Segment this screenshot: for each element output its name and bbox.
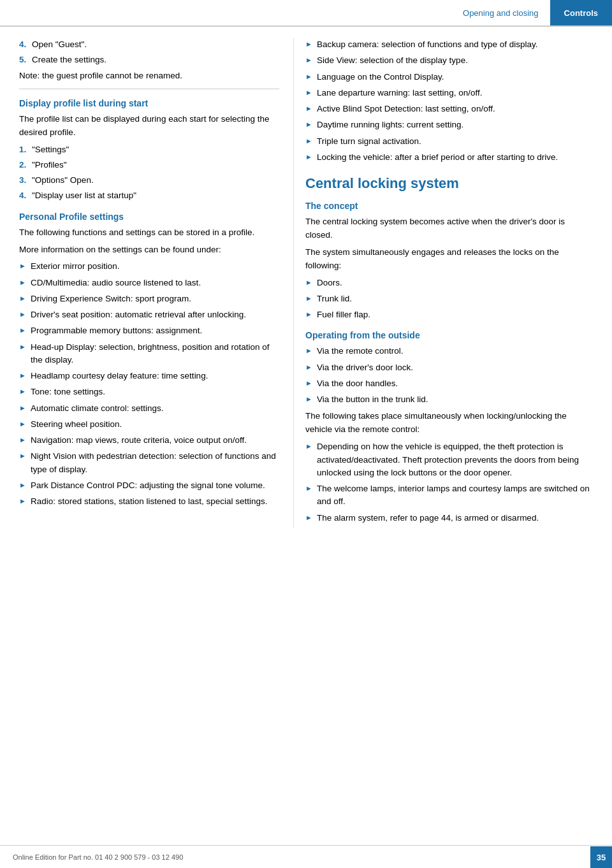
- bullet-icon: ►: [19, 277, 31, 289]
- bullet-icon: ►: [19, 419, 31, 431]
- concept-title: The concept: [305, 201, 594, 211]
- list-item: ► CD/Multimedia: audio source listened t…: [19, 277, 279, 289]
- list-item: ► Active Blind Spot Detection: last sett…: [305, 103, 594, 115]
- list-item: ► Via the button in the trunk lid.: [305, 393, 594, 406]
- bullet-icon: ►: [305, 87, 317, 99]
- operating-desc-bullets: ► Depending on how the vehicle is equipp…: [305, 440, 594, 524]
- list-item: ► Headlamp courtesy delay feature: time …: [19, 370, 279, 382]
- list-item: ► Language on the Control Display.: [305, 71, 594, 83]
- list-item: ► Night Vision with pedestrian detection…: [19, 450, 279, 476]
- operating-bullets: ► Via the remote control. ► Via the driv…: [305, 345, 594, 406]
- bullet-icon: ►: [19, 403, 31, 415]
- display-profile-desc: The profile list can be displayed during…: [19, 113, 279, 140]
- bullet-icon: ►: [19, 293, 31, 305]
- bullet-icon: ►: [305, 441, 317, 479]
- list-item: ► Automatic climate control: settings.: [19, 402, 279, 415]
- bullet-icon: ►: [305, 277, 317, 289]
- bullet-icon: ►: [305, 309, 317, 321]
- list-item: ► Via the driver's door lock.: [305, 361, 594, 374]
- divider: [19, 89, 279, 89]
- intro-item-5: 5. Create the settings.: [19, 54, 279, 66]
- central-locking-title: Central locking system: [305, 175, 594, 192]
- bullet-icon: ►: [19, 496, 31, 508]
- bullet-icon: ►: [305, 293, 317, 305]
- bullet-icon: ►: [305, 136, 317, 148]
- bullet-icon: ►: [19, 386, 31, 398]
- header-opening-label: Opening and closing: [451, 0, 550, 25]
- main-content: 4. Open "Guest". 5. Create the settings.…: [0, 27, 612, 528]
- left-bullet-list: ► Exterior mirror position. ► CD/Multime…: [19, 260, 279, 508]
- list-item: ► The welcome lamps, interior lamps and …: [305, 482, 594, 509]
- left-column: 4. Open "Guest". 5. Create the settings.…: [0, 38, 293, 528]
- list-item: ► Depending on how the vehicle is equipp…: [305, 440, 594, 479]
- list-item: ► Fuel filler flap.: [305, 308, 594, 321]
- bullet-icon: ►: [305, 152, 317, 164]
- list-item: ► Head-up Display: selection, brightness…: [19, 341, 279, 367]
- list-item: ► Trunk lid.: [305, 293, 594, 305]
- list-item: ► Side View: selection of the display ty…: [305, 54, 594, 67]
- personal-profile-desc2: More information on the settings can be …: [19, 243, 279, 257]
- concept-desc2: The system simultaneously engages and re…: [305, 246, 594, 273]
- personal-profile-desc1: The following functions and settings can…: [19, 226, 279, 240]
- operating-title: Operating from the outside: [305, 330, 594, 340]
- list-item: ► Steering wheel position.: [19, 418, 279, 431]
- list-item: ► Radio: stored stations, station listen…: [19, 495, 279, 508]
- list-item: ► Navigation: map views, route criteria,…: [19, 434, 279, 447]
- bullet-icon: ►: [19, 370, 31, 382]
- bullet-icon: ►: [305, 119, 317, 131]
- list-item: ► Locking the vehicle: after a brief per…: [305, 151, 594, 164]
- step-2: 2. "Profiles": [19, 159, 279, 171]
- list-item: ► Exterior mirror position.: [19, 260, 279, 273]
- page-number: 35: [590, 846, 612, 868]
- bullet-icon: ►: [305, 345, 317, 358]
- step-1: 1. "Settings": [19, 143, 279, 156]
- list-item: ► Driving Experience Switch: sport progr…: [19, 293, 279, 305]
- list-item: ► Lane departure warning: last setting, …: [305, 87, 594, 99]
- list-item: ► Doors.: [305, 277, 594, 289]
- page-header: Opening and closing Controls: [0, 0, 612, 27]
- bullet-icon: ►: [305, 55, 317, 67]
- bullet-icon: ►: [305, 512, 317, 524]
- bullet-icon: ►: [19, 435, 31, 447]
- bullet-icon: ►: [305, 71, 317, 83]
- bullet-icon: ►: [305, 483, 317, 509]
- list-item: ► Tone: tone settings.: [19, 386, 279, 398]
- step-3: 3. "Options" Open.: [19, 174, 279, 187]
- bullet-icon: ►: [305, 39, 317, 51]
- list-item: ► Triple turn signal activation.: [305, 135, 594, 148]
- list-item: ► Park Distance Control PDC: adjusting t…: [19, 479, 279, 492]
- bullet-icon: ►: [19, 309, 31, 321]
- intro-item-4: 4. Open "Guest".: [19, 38, 279, 51]
- page-footer: Online Edition for Part no. 01 40 2 900 …: [0, 845, 612, 868]
- bullet-icon: ►: [305, 103, 317, 115]
- list-item: ► Via the remote control.: [305, 345, 594, 358]
- concept-bullets: ► Doors. ► Trunk lid. ► Fuel filler flap…: [305, 277, 594, 322]
- header-controls-label: Controls: [550, 0, 612, 25]
- step-4: 4. "Display user list at startup": [19, 189, 279, 202]
- list-item: ► Via the door handles.: [305, 377, 594, 390]
- bullet-icon: ►: [19, 480, 31, 492]
- bullet-icon: ►: [305, 362, 317, 374]
- list-item: ► Programmable memory buttons: assignmen…: [19, 324, 279, 337]
- right-column: ► Backup camera: selection of functions …: [293, 38, 612, 528]
- operating-desc: The following takes place simultaneously…: [305, 410, 594, 437]
- bullet-icon: ►: [305, 394, 317, 406]
- bullet-icon: ►: [305, 378, 317, 390]
- bullet-icon: ►: [19, 325, 31, 337]
- right-top-bullets: ► Backup camera: selection of functions …: [305, 38, 594, 164]
- personal-profile-title: Personal Profile settings: [19, 212, 279, 222]
- list-item: ► Daytime running lights: current settin…: [305, 119, 594, 131]
- list-item: ► The alarm system, refer to page 44, is…: [305, 512, 594, 524]
- display-profile-title: Display profile list during start: [19, 98, 279, 108]
- note-text: Note: the guest profile cannot be rename…: [19, 69, 279, 82]
- bullet-icon: ►: [19, 451, 31, 476]
- bullet-icon: ►: [19, 342, 31, 367]
- footer-text: Online Edition for Part no. 01 40 2 900 …: [13, 853, 183, 861]
- list-item: ► Backup camera: selection of functions …: [305, 38, 594, 51]
- list-item: ► Driver's seat position: automatic retr…: [19, 308, 279, 321]
- bullet-icon: ►: [19, 261, 31, 273]
- concept-desc1: The central locking system becomes activ…: [305, 215, 594, 242]
